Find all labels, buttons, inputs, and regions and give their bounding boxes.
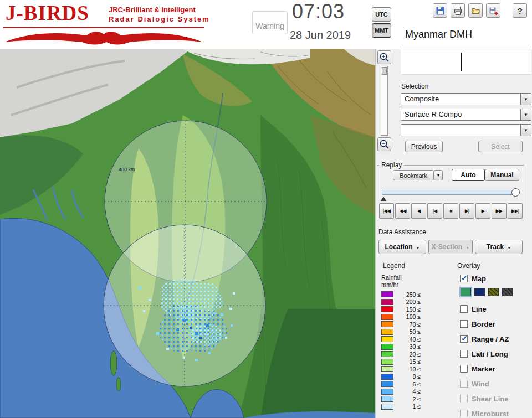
checkbox-icon	[460, 395, 468, 402]
legend-row: 150 ≤	[381, 306, 421, 313]
legend-color-swatch	[381, 396, 393, 402]
select-button[interactable]: Select	[478, 141, 523, 152]
radar-map[interactable]: 480 km	[0, 49, 375, 418]
transport-reverse-button[interactable]: ◀	[411, 203, 426, 219]
legend-value: 30 ≤	[396, 343, 421, 350]
map-color-swatch-olive[interactable]	[488, 288, 499, 296]
logo-divider	[3, 27, 204, 28]
transport-step-forward-button[interactable]: ▶|	[459, 203, 474, 219]
overlay-checkbox-marker[interactable]: Marker	[460, 364, 495, 374]
legend-unit-line1: Rainfall	[381, 274, 402, 281]
xsection-button[interactable]: X-Section▼	[428, 240, 473, 254]
manual-mode-button[interactable]: Manual	[485, 169, 519, 181]
legend-unit-line2: mm/hr	[381, 281, 398, 288]
legend-color-swatch	[381, 344, 393, 350]
track-button[interactable]: Track▼	[475, 240, 523, 254]
timezone-toggle: UTC MMT	[372, 7, 392, 39]
checkbox-icon	[460, 410, 468, 417]
legend-row: 20 ≤	[381, 350, 421, 358]
overlay-checkbox-line[interactable]: Line	[460, 304, 487, 314]
chevron-down-icon: ▼	[466, 246, 469, 250]
print-button[interactable]	[451, 3, 465, 18]
overlay-checkbox-shear-line[interactable]: Shear Line	[460, 394, 508, 404]
legend-value: 100 ≤	[396, 313, 421, 320]
transport-skip-start-button[interactable]: |◀◀	[379, 203, 394, 219]
legend-row: 250 ≤	[381, 291, 421, 298]
zoom-out-button[interactable]	[377, 137, 391, 151]
transport-stop-button[interactable]: ■	[443, 203, 458, 219]
product-option-combo[interactable]: ▼	[401, 124, 531, 136]
legend-value: 40 ≤	[396, 336, 421, 343]
header-toolbar: ?	[433, 3, 527, 18]
chevron-down-icon[interactable]: ▼	[520, 93, 531, 105]
transport-play-button[interactable]: ▶	[475, 203, 490, 219]
transport-fast-rewind-button[interactable]: ◀◀	[395, 203, 410, 219]
legend-row: 15 ≤	[381, 358, 421, 366]
map-color-swatch-green[interactable]	[461, 288, 471, 296]
map-color-swatch-navy[interactable]	[474, 288, 485, 296]
legend-color-swatch	[381, 389, 393, 395]
legend-row: 100 ≤	[381, 313, 421, 321]
legend-value: 15 ≤	[396, 358, 421, 365]
transport-step-back-button[interactable]: |◀	[427, 203, 442, 219]
legend-value: 150 ≤	[396, 306, 421, 313]
mmt-button[interactable]: MMT	[372, 23, 391, 38]
product-type-combo[interactable]: Composite ▼	[401, 93, 531, 105]
legend-row: 50 ≤	[381, 328, 421, 336]
zoom-in-icon	[379, 52, 390, 63]
bookmark-dropdown-button[interactable]: ▼	[434, 170, 443, 180]
location-button[interactable]: Location▼	[378, 240, 426, 254]
text-cursor	[461, 53, 462, 71]
auto-mode-button[interactable]: Auto	[452, 169, 485, 181]
help-button[interactable]: ?	[513, 3, 527, 18]
radar-map-canvas[interactable]: 480 km	[0, 49, 375, 418]
save-as-button[interactable]	[486, 3, 500, 18]
overlay-checkbox-range-az[interactable]: Range / AZ	[460, 334, 509, 344]
station-list-box[interactable]	[401, 49, 531, 75]
legend-color-swatch	[381, 329, 393, 335]
time-slider-thumb[interactable]	[511, 188, 520, 197]
legend-row: 2 ≤	[381, 395, 421, 403]
chevron-down-icon[interactable]: ▼	[520, 109, 531, 121]
time-slider[interactable]	[382, 190, 518, 195]
eagle-logo-icon	[3, 29, 204, 45]
legend-value: 2 ≤	[396, 396, 421, 402]
legend-color-swatch	[381, 381, 393, 387]
clock-date: 28 Jun 2019	[290, 29, 351, 42]
zoom-in-button[interactable]	[377, 50, 391, 64]
station-divider	[400, 47, 531, 47]
legend-color-swatch	[381, 321, 393, 327]
transport-skip-end-button[interactable]: ▶▶|	[508, 203, 523, 219]
utc-button[interactable]: UTC	[372, 7, 391, 22]
transport-fast-forward-button[interactable]: ▶▶	[492, 203, 507, 219]
legend-value: 20 ≤	[396, 351, 421, 358]
warning-button[interactable]: Warning	[252, 11, 288, 34]
product-name-combo[interactable]: Surface R Compo ▼	[401, 109, 531, 121]
range-ring-label: 480 km	[119, 167, 135, 172]
map-color-swatch-gray[interactable]	[502, 288, 513, 296]
legend-value: 50 ≤	[396, 328, 421, 335]
overlay-checkbox-wind[interactable]: Wind	[460, 379, 489, 389]
legend-color-swatch	[381, 374, 393, 380]
time-slider-marker	[381, 197, 386, 201]
overlay-checkbox-lati-long[interactable]: Lati / Long	[460, 349, 508, 359]
overlay-checkbox-border[interactable]: Border	[460, 319, 495, 329]
overlay-checkbox-map[interactable]: Map	[460, 273, 486, 283]
chevron-down-icon[interactable]: ▼	[520, 124, 531, 136]
legend-value: 1 ≤	[396, 403, 421, 410]
zoom-slider[interactable]	[381, 66, 388, 136]
save-button[interactable]	[433, 3, 447, 18]
legend-color-swatch	[381, 366, 393, 372]
help-icon: ?	[517, 6, 522, 16]
legend-color-swatch	[381, 336, 393, 342]
overlay-checkbox-microburst[interactable]: Microburst	[460, 409, 509, 418]
zoom-slider-thumb[interactable]	[382, 67, 387, 75]
legend-row: 30 ≤	[381, 343, 421, 351]
checkbox-icon	[460, 380, 468, 388]
previous-button[interactable]: Previous	[405, 141, 443, 152]
bookmark-button[interactable]: Bookmark	[393, 170, 434, 180]
checkbox-icon	[460, 275, 468, 282]
open-folder-button[interactable]	[468, 3, 483, 18]
checkbox-icon	[460, 365, 468, 373]
legend-row: 4 ≤	[381, 388, 421, 396]
